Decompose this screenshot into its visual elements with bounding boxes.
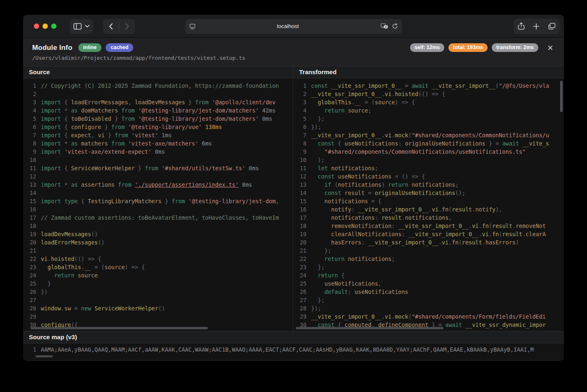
code-line-source: 25 } <box>26 279 293 288</box>
badge-cached: cached <box>106 43 133 52</box>
forward-button[interactable] <box>119 19 135 34</box>
code-line-transformed: 2__vite_ssr_import_0__.vi.hoisted(() => … <box>296 90 564 98</box>
code-line-source: 21 <box>26 246 293 255</box>
code-line-transformed: 27 }; <box>296 296 564 304</box>
traffic-light-zoom[interactable] <box>51 23 57 29</box>
source-code[interactable]: 1// Copyright (C) 2012-2025 Zammad Found… <box>23 78 293 331</box>
transformed-code[interactable]: 1const __vite_ssr_import_0__ = await __v… <box>293 78 564 331</box>
code-line-transformed: 15 notifications = { <box>296 197 564 205</box>
code-line-transformed: 10 ); <box>296 156 564 164</box>
tab-overview-icon[interactable] <box>548 23 556 30</box>
code-line-source: 9import 'vitest-axe/extend-expect' 0ms <box>26 148 293 156</box>
code-line-transformed: 14 const result = originalUseNotificatio… <box>296 189 564 197</box>
code-line-source: 15import type { TestingLibraryMatchers }… <box>26 197 293 205</box>
code-line-transformed: 18 removeNotification: __vite_ssr_import… <box>296 222 564 230</box>
traffic-lights <box>34 23 60 29</box>
code-line-transformed: 9 "#shared/components/CommonNotification… <box>296 148 564 156</box>
code-line-source: 28window.sw = new ServiceWorkerHelper() <box>26 304 293 312</box>
close-button[interactable]: × <box>546 44 555 52</box>
code-line-source: 4import * as domMatchers from '@testing-… <box>26 106 293 115</box>
code-line-source: 27 <box>26 296 293 304</box>
code-line-transformed: 4 return source; <box>296 106 564 115</box>
code-line-source: 10 <box>26 156 293 164</box>
reload-icon[interactable] <box>392 23 398 29</box>
code-line-transformed: 17 notifications: result.notifications, <box>296 214 564 222</box>
source-panel-title: Source <box>23 66 293 78</box>
code-line-transformed: 13 if (notifications) return notificatio… <box>296 181 564 189</box>
code-line-source: 5import { toBeDisabled } from '@testing-… <box>26 115 293 123</box>
share-icon[interactable] <box>518 22 525 30</box>
traffic-light-close[interactable] <box>34 23 39 29</box>
timing-pill: self: 12ms <box>410 43 444 52</box>
url-text: localhost <box>196 23 381 29</box>
module-info-header: Module Info inlinecached self: 12mstotal… <box>23 38 564 66</box>
code-line-source: 23 globalThis.__ = (source) => { <box>26 263 293 271</box>
new-tab-icon[interactable] <box>533 23 540 30</box>
traffic-light-minimize[interactable] <box>42 23 48 29</box>
code-line-source: 19loadDevMessages() <box>26 230 293 238</box>
source-panel: Source 1// Copyright (C) 2012-2025 Zamma… <box>23 66 293 331</box>
code-line-source: 3import { loadErrorMessages, loadDevMess… <box>26 98 293 106</box>
back-button[interactable] <box>103 19 119 34</box>
sourcemap-title: Source map (v3) <box>23 331 564 343</box>
code-line-transformed: 11 let notifications; <box>296 164 564 172</box>
translate-icon[interactable]: x <box>381 23 388 29</box>
code-line-source: 13import * as assertions from './support… <box>26 181 293 189</box>
timing-badges: self: 12mstotal: 193mstransform: 2ms <box>410 43 538 52</box>
code-line-source: 12 <box>26 172 293 181</box>
sourcemap-horizontal-scrollbar[interactable] <box>35 355 53 357</box>
code-line-source: 24 return source <box>26 271 293 279</box>
code-line-source: 14 <box>26 189 293 197</box>
code-line-source: 6import { configure } from '@testing-lib… <box>26 123 293 131</box>
code-line-transformed: 26 default: useNotifications <box>296 288 564 296</box>
code-line-transformed: 21 }; <box>296 246 564 255</box>
code-line-source: 11import { ServiceWorkerHelper } from '#… <box>26 164 293 172</box>
code-line-source: 18 <box>26 222 293 230</box>
code-line-source: 29 <box>26 312 293 321</box>
code-line-transformed: 7__vite_ssr_import_0__.vi.mock("#shared/… <box>296 131 564 139</box>
code-line-transformed: 19 clearAllNotifications: __vite_ssr_imp… <box>296 230 564 238</box>
code-line-source: 20loadErrorMessages() <box>26 238 293 246</box>
code-line-transformed: 3 globalThis.__ = (source) => { <box>296 98 564 106</box>
code-line-source: 1// Copyright (C) 2012-2025 Zammad Found… <box>26 82 293 90</box>
sidebar-icon[interactable] <box>73 23 82 30</box>
sourcemap-body[interactable]: 1AAMA;AAeA,yBAAG,QAAQ,MAAM;AACf,aAAW,KAA… <box>23 343 564 359</box>
transformed-vertical-scrollbar[interactable] <box>560 81 563 112</box>
transformed-panel: Transformed 1const __vite_ssr_import_0__… <box>293 66 564 331</box>
code-line-source: 26}) <box>26 288 293 296</box>
sidebar-toggle-group <box>70 19 93 34</box>
transformed-horizontal-scrollbar[interactable] <box>296 327 443 329</box>
module-path: /Users/vladimir/Projects/zammad/app/fron… <box>32 55 555 61</box>
code-line-transformed: 6}); <box>296 123 564 131</box>
code-line-transformed: 8 const { useNotifications: originalUseN… <box>296 139 564 148</box>
code-line-source: 2 <box>26 90 293 98</box>
code-line-transformed: 20 hasErrors: __vite_ssr_import_0__.vi.f… <box>296 238 564 246</box>
code-line-transformed: 24 return { <box>296 271 564 279</box>
url-bar[interactable]: localhost x <box>185 19 402 34</box>
transformed-panel-title: Transformed <box>293 66 564 78</box>
source-horizontal-scrollbar[interactable] <box>31 327 208 329</box>
panels-container: Source 1// Copyright (C) 2012-2025 Zamma… <box>23 66 564 331</box>
timing-pill: total: 193ms <box>448 43 488 52</box>
module-badges: inlinecached <box>78 43 134 52</box>
code-line-transformed: 25 useNotifications, <box>296 279 564 288</box>
code-line-transformed: 16 notify: __vite_ssr_import_0__.vi.fn(r… <box>296 205 564 214</box>
code-line-source: 7import { expect, vi } from 'vitest' 1ms <box>26 131 293 139</box>
code-line-source: 22vi.hoisted(() => { <box>26 255 293 263</box>
code-line-transformed: 22 return notifications; <box>296 255 564 263</box>
page-title: Module Info <box>32 44 73 52</box>
code-line-transformed: 1const __vite_ssr_import_0__ = await __v… <box>296 82 564 90</box>
code-line-transformed: 23 }; <box>296 263 564 271</box>
code-line-transformed: 5 }; <box>296 115 564 123</box>
code-line-source: 16 <box>26 205 293 214</box>
badge-inline: inline <box>78 43 102 52</box>
chevron-down-icon[interactable] <box>85 25 90 28</box>
page-icon <box>189 23 196 29</box>
code-line-transformed: 12 const useNotifications = () => { <box>296 172 564 181</box>
code-line-source: 17// Zammad custom assertions: toBeAvata… <box>26 214 293 222</box>
timing-pill: transform: 2ms <box>492 43 538 52</box>
code-line-source: 8import * as matchers from 'vitest-axe/m… <box>26 139 293 148</box>
browser-window: localhost x <box>23 15 564 361</box>
nav-buttons <box>103 19 135 34</box>
code-line-transformed: 29__vite_ssr_import_0__.vi.mock("#shared… <box>296 312 564 321</box>
